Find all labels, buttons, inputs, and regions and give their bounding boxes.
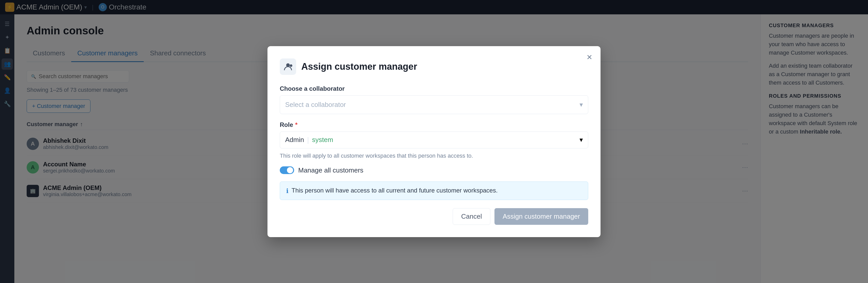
modal-footer: Cancel Assign customer manager <box>280 208 588 225</box>
modal-close-button[interactable]: ✕ <box>584 52 594 62</box>
modal-title: Assign customer manager <box>301 61 417 72</box>
modal-overlay: ✕ Assign customer manager Choose a colla… <box>0 0 868 283</box>
collaborator-section: Choose a collaborator Select a collabora… <box>280 85 588 114</box>
role-chevron-icon: ▾ <box>580 136 583 144</box>
role-hint: This role will apply to all customer wor… <box>280 152 588 159</box>
manage-all-customers-toggle[interactable] <box>280 166 294 174</box>
modal-icon <box>280 58 296 75</box>
collaborator-chevron-icon: ▾ <box>580 101 583 109</box>
modal: ✕ Assign customer manager Choose a colla… <box>268 46 600 237</box>
info-icon: ℹ <box>286 188 288 195</box>
role-select-inner: Admin | system <box>285 136 333 144</box>
info-box: ℹ This person will have access to all cu… <box>280 181 588 200</box>
modal-header: Assign customer manager <box>280 58 588 75</box>
info-text: This person will have access to all curr… <box>291 187 498 194</box>
collaborator-select[interactable]: Select a collaborator ▾ <box>280 95 588 114</box>
collaborator-label: Choose a collaborator <box>280 85 588 92</box>
assign-button[interactable]: Assign customer manager <box>494 208 588 225</box>
role-select[interactable]: Admin | system ▾ <box>280 132 588 148</box>
collaborator-placeholder: Select a collaborator <box>285 101 346 109</box>
role-admin: Admin <box>285 136 304 144</box>
cancel-button[interactable]: Cancel <box>453 208 490 225</box>
toggle-label: Manage all customers <box>298 166 363 174</box>
role-section: Role * Admin | system ▾ This role will a… <box>280 121 588 159</box>
role-label: Role * <box>280 121 588 129</box>
svg-point-1 <box>290 64 292 67</box>
role-system: system <box>312 136 333 144</box>
toggle-row: Manage all customers <box>280 166 588 174</box>
toggle-thumb <box>287 167 293 173</box>
role-divider: | <box>307 136 309 144</box>
required-star: * <box>295 121 298 129</box>
